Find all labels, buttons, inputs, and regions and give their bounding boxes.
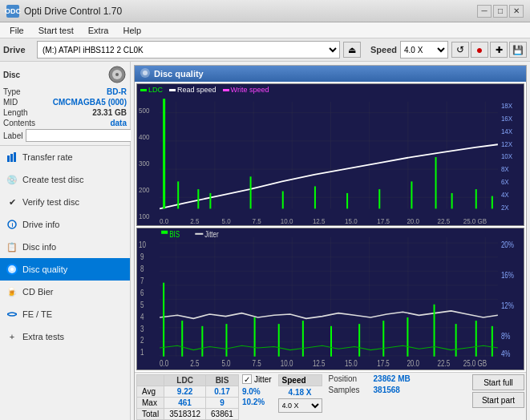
menubar: File Start test Extra Help bbox=[0, 22, 530, 38]
svg-text:2: 2 bbox=[140, 335, 144, 345]
svg-rect-49 bbox=[435, 157, 437, 208]
refresh-button[interactable]: ↺ bbox=[451, 42, 469, 58]
label-input[interactable] bbox=[26, 129, 132, 142]
svg-text:25.0 GB: 25.0 GB bbox=[463, 358, 487, 368]
svg-rect-90 bbox=[254, 317, 256, 357]
speed-val: 4.18 X bbox=[278, 388, 322, 397]
stats-bis-header: BIS bbox=[206, 375, 239, 386]
start-full-button[interactable]: Start full bbox=[472, 374, 524, 390]
svg-rect-43 bbox=[250, 176, 252, 208]
read-speed-legend: Read speed bbox=[169, 86, 216, 94]
svg-rect-44 bbox=[282, 192, 284, 209]
jitter-label: Jitter bbox=[254, 375, 272, 384]
sidebar-item-disc-quality[interactable]: Disc quality bbox=[0, 258, 130, 281]
svg-text:14X: 14X bbox=[501, 127, 512, 135]
svg-text:9: 9 bbox=[140, 252, 144, 261]
sidebar-item-verify-test-disc[interactable]: ✔ Verify test disc bbox=[0, 191, 130, 213]
svg-text:7.5: 7.5 bbox=[253, 358, 261, 368]
ldc-total: 3518312 bbox=[164, 409, 206, 420]
stats-max-row: Max 461 9 bbox=[137, 398, 239, 409]
svg-text:7.5: 7.5 bbox=[253, 216, 261, 225]
start-part-button[interactable]: Start part bbox=[472, 392, 524, 408]
svg-text:0.0: 0.0 bbox=[160, 358, 168, 368]
titlebar-title: Opti Drive Control 1.70 bbox=[24, 6, 122, 17]
top-chart-legend: LDC Read speed Write speed bbox=[140, 86, 269, 94]
ldc-avg: 9.22 bbox=[164, 386, 206, 398]
read-legend-dot bbox=[169, 89, 176, 91]
svg-text:16X: 16X bbox=[501, 114, 512, 123]
svg-text:200: 200 bbox=[139, 185, 149, 194]
jitter-avg-row: 9.0% bbox=[242, 387, 272, 396]
svg-rect-13 bbox=[160, 102, 498, 209]
jitter-max: 10.2% bbox=[242, 398, 265, 406]
extra-tests-label: Extra tests bbox=[22, 332, 64, 341]
close-button[interactable]: ✕ bbox=[509, 5, 524, 18]
sidebar-item-cd-bier[interactable]: 🍺 CD Bier bbox=[0, 281, 130, 303]
create-test-disc-icon: 💿 bbox=[6, 174, 18, 185]
svg-text:8%: 8% bbox=[501, 331, 511, 341]
sidebar-item-fe-te[interactable]: FE / TE bbox=[0, 303, 130, 325]
svg-text:4X: 4X bbox=[501, 190, 509, 199]
svg-text:6X: 6X bbox=[501, 177, 509, 186]
position-label: Position bbox=[329, 374, 370, 383]
drive-select[interactable]: (M:) ATAPI iHBS112 2 CL0K bbox=[37, 41, 340, 59]
jitter-section: ✓ Jitter 9.0% 10.2% bbox=[242, 374, 272, 420]
svg-rect-98 bbox=[455, 324, 457, 357]
sidebar-item-extra-tests[interactable]: + Extra tests bbox=[0, 325, 130, 348]
svg-text:20%: 20% bbox=[501, 240, 514, 249]
disc-label-row: Label ✏ bbox=[3, 129, 127, 142]
content-area: Disc quality LDC Read speed bbox=[131, 62, 530, 420]
add-button[interactable]: ✚ bbox=[490, 42, 508, 58]
disc-quality-icon bbox=[6, 264, 18, 275]
jitter-avg: 9.0% bbox=[242, 387, 261, 396]
svg-rect-87 bbox=[181, 321, 183, 357]
svg-rect-97 bbox=[434, 305, 435, 357]
menu-start-test[interactable]: Start test bbox=[32, 25, 80, 36]
sidebar: Disc Type BD-R MID CMCMAGBA5 (000) Leng bbox=[0, 62, 131, 420]
svg-text:12.5: 12.5 bbox=[313, 216, 326, 225]
svg-text:17.5: 17.5 bbox=[377, 216, 390, 225]
stats-table: LDC BIS Avg 9.22 0.17 Max 461 bbox=[136, 374, 239, 420]
toolbar-icons: ↺ ● ✚ 💾 bbox=[451, 42, 527, 58]
svg-text:12.5: 12.5 bbox=[313, 358, 326, 368]
svg-rect-55 bbox=[160, 237, 498, 357]
svg-point-9 bbox=[10, 268, 14, 271]
minimize-button[interactable]: ─ bbox=[477, 5, 492, 18]
extra-tests-icon: + bbox=[6, 331, 18, 342]
disc-type-row: Type BD-R bbox=[3, 87, 127, 96]
fe-te-label: FE / TE bbox=[22, 309, 52, 319]
menu-file[interactable]: File bbox=[3, 25, 30, 36]
svg-rect-56 bbox=[161, 231, 168, 234]
transfer-rate-icon bbox=[6, 151, 18, 163]
speed-select[interactable]: 4.0 X bbox=[400, 41, 448, 59]
sidebar-item-drive-info[interactable]: i Drive info bbox=[0, 213, 130, 236]
jitter-checkbox[interactable]: ✓ bbox=[242, 374, 252, 384]
disc-mid-row: MID CMCMAGBA5 (000) bbox=[3, 98, 127, 107]
save-button[interactable]: 💾 bbox=[509, 42, 527, 58]
svg-rect-3 bbox=[7, 155, 10, 162]
svg-rect-100 bbox=[492, 326, 493, 357]
eject-button[interactable]: ⏏ bbox=[343, 42, 361, 58]
svg-text:5.0: 5.0 bbox=[221, 216, 230, 225]
position-val: 23862 MB bbox=[374, 374, 411, 383]
svg-text:4: 4 bbox=[140, 312, 144, 321]
verify-test-disc-icon: ✔ bbox=[6, 196, 18, 208]
menu-help[interactable]: Help bbox=[116, 25, 148, 36]
disc-quality-label: Disc quality bbox=[22, 265, 67, 274]
record-button[interactable]: ● bbox=[471, 42, 488, 58]
titlebar: ODC Opti Drive Control 1.70 ─ □ ✕ bbox=[0, 0, 530, 22]
menu-extra[interactable]: Extra bbox=[82, 25, 115, 36]
verify-test-disc-label: Verify test disc bbox=[22, 197, 79, 207]
speed-select-stats[interactable]: 4.0 X bbox=[278, 398, 322, 413]
maximize-button[interactable]: □ bbox=[493, 5, 508, 18]
sidebar-item-create-test-disc[interactable]: 💿 Create test disc bbox=[0, 168, 130, 191]
disc-header: Disc bbox=[3, 65, 127, 84]
svg-text:10.0: 10.0 bbox=[281, 216, 293, 225]
position-section: Position 23862 MB Samples 381568 bbox=[329, 374, 411, 420]
sidebar-item-disc-info[interactable]: 📋 Disc info bbox=[0, 236, 130, 258]
svg-text:Jitter: Jitter bbox=[204, 229, 219, 239]
svg-point-11 bbox=[143, 71, 148, 75]
svg-text:12X: 12X bbox=[501, 139, 512, 148]
sidebar-item-transfer-rate[interactable]: Transfer rate bbox=[0, 146, 130, 168]
stats-row-header bbox=[137, 375, 164, 386]
